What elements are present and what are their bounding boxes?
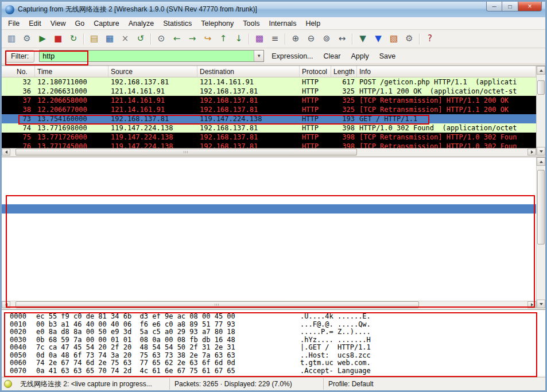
detail-line[interactable]: -Hypertext Transfer Protocol <box>2 195 536 204</box>
find-packet-button[interactable]: ⊙ <box>154 32 169 46</box>
menu-item[interactable]: Tools <box>239 18 263 29</box>
clear-button[interactable]: Clear <box>321 51 344 61</box>
open-file-button[interactable]: ▤ <box>87 32 102 46</box>
help-button[interactable]: ? <box>422 32 437 46</box>
detail-line[interactable]: +Internet Protocol Version 4, Src: 192.1… <box>2 177 536 186</box>
column-header-time[interactable]: Time <box>35 66 108 77</box>
profile-status[interactable]: Profile: Default <box>323 378 543 390</box>
detail-line[interactable]: \r\n <box>2 278 536 287</box>
colorize-button[interactable]: ▩ <box>252 32 267 46</box>
restart-capture-button[interactable]: ↻ <box>66 32 81 46</box>
detail-line[interactable]: -GET / HTTP/1.1\r\n <box>2 204 536 214</box>
start-capture-button[interactable]: ▶ <box>35 32 50 46</box>
detail-line[interactable]: Request URI: / <box>2 232 536 241</box>
detail-line[interactable]: Accept-Language: zh-CN\r\n <box>2 259 536 269</box>
packet-row[interactable]: 73 13.754160000 192.168.137.81 119.147.2… <box>2 114 536 123</box>
coloring-rules-button[interactable]: ▧ <box>386 32 401 46</box>
expression-button[interactable]: Expression... <box>269 51 316 61</box>
close-button[interactable]: × <box>518 2 542 11</box>
filter-dropdown-button[interactable]: ▼ <box>254 51 263 61</box>
details-vscrollbar[interactable] <box>536 157 545 308</box>
scroll-down-icon[interactable] <box>537 300 545 308</box>
vscroll-track[interactable] <box>537 75 545 147</box>
packet-row[interactable]: 36 12.206631000 121.14.161.91 192.168.13… <box>2 87 536 96</box>
titlebar[interactable]: Capturing from 无线网络连接 2 [Wireshark 1.9.0… <box>2 2 545 17</box>
packet-row[interactable]: 37 12.206658000 121.14.161.91 192.168.13… <box>2 96 536 105</box>
scroll-up-icon[interactable] <box>537 157 545 166</box>
menu-item[interactable]: Statistics <box>159 18 196 29</box>
menu-item[interactable]: Capture <box>90 18 123 29</box>
zoom-out-button[interactable]: ⊖ <box>304 32 319 46</box>
preferences-button[interactable]: ⚙ <box>402 32 417 46</box>
expert-info-icon[interactable] <box>4 380 12 388</box>
packet-row[interactable]: 32 12.180711000 192.168.137.81 121.14.16… <box>2 77 536 87</box>
vscroll-thumb[interactable] <box>537 170 545 244</box>
zoom-in-button[interactable]: ⊕ <box>288 32 303 46</box>
toolbar-separator[interactable] <box>285 33 286 45</box>
zoom-normal-button[interactable]: ⊚ <box>319 32 334 46</box>
resize-columns-button[interactable]: ↔ <box>335 32 350 46</box>
vscroll-thumb[interactable] <box>537 80 545 95</box>
toolbar-separator[interactable] <box>150 33 152 45</box>
scroll-right-icon[interactable] <box>527 149 536 156</box>
maximize-button[interactable]: □ <box>502 2 518 11</box>
scroll-up-icon[interactable] <box>537 66 545 75</box>
menu-item[interactable]: Go <box>71 18 89 29</box>
hex-row[interactable]: 006074 2e 67 74 6d 2e 75 63 77 65 62 2e … <box>10 359 545 367</box>
hex-row[interactable]: 00300b 68 59 7a 00 00 01 01 08 0a 00 08 … <box>10 336 545 344</box>
column-header-length[interactable]: Length <box>331 66 357 77</box>
hex-row[interactable]: 00407c ca 47 45 54 20 2f 20 48 54 54 50 … <box>10 344 545 352</box>
hscroll-track[interactable] <box>10 301 527 308</box>
stop-capture-button[interactable]: ■ <box>51 32 65 46</box>
column-header-info[interactable]: Info <box>357 66 536 77</box>
filter-input[interactable] <box>40 51 254 61</box>
detail-line[interactable]: [HTTP request 1/2] <box>2 296 536 301</box>
scroll-right-icon[interactable] <box>527 301 536 308</box>
packet-list-hscrollbar[interactable] <box>2 148 536 156</box>
column-header-source[interactable]: Source <box>108 66 197 77</box>
hex-row[interactable]: 0000ec 55 f9 c0 de 81 34 6b d3 ef 9e ac … <box>10 313 545 321</box>
detail-line[interactable]: +[Expert Info (Chat/Sequence): GET / HTT… <box>2 214 536 223</box>
vscroll-track[interactable] <box>537 166 545 300</box>
go-to-bottom-button[interactable]: ↓ <box>231 32 246 46</box>
go-back-button[interactable]: ← <box>169 32 184 46</box>
toolbar-separator[interactable] <box>83 33 84 45</box>
toolbar-separator[interactable] <box>352 33 353 45</box>
hex-row[interactable]: 001000 b3 a1 46 40 00 40 06 f6 e6 c0 a8 … <box>10 321 545 329</box>
go-to-top-button[interactable]: ↑ <box>216 32 231 46</box>
go-forward-button[interactable]: → <box>185 32 200 46</box>
detail-line[interactable]: +Ethernet II, Src: HuaweiTe_ef:9e:ac (34… <box>2 168 536 177</box>
filter-button[interactable]: Filter: <box>5 50 34 63</box>
packet-row[interactable]: 76 13.771745000 119.147.224.138 192.168.… <box>2 142 536 148</box>
detail-line[interactable]: Request Version: HTTP/1.1 <box>2 241 536 250</box>
menu-item[interactable]: Help <box>301 18 324 29</box>
packet-row[interactable]: 74 13.771698000 119.147.224.138 192.168.… <box>2 123 536 133</box>
menu-item[interactable]: Analyze <box>125 18 158 29</box>
detail-line[interactable]: User-Agent: Mozilla/4.0 (compatible;Andr… <box>2 269 536 278</box>
detail-line[interactable]: [Full request URI: http://ucs8.zcct.gtm.… <box>2 287 536 296</box>
column-header-destination[interactable]: Destination <box>197 66 300 77</box>
go-to-packet-button[interactable]: ↪ <box>200 32 215 46</box>
hex-row[interactable]: 0020e0 8a d8 8a 00 50 e9 3d 5a c5 a0 29 … <box>10 328 545 336</box>
detail-line[interactable]: +Frame 73: 193 bytes on wire (1544 bits)… <box>2 158 536 168</box>
minimize-button[interactable]: ─ <box>486 2 502 11</box>
autoscroll-button[interactable]: ≡ <box>267 32 282 46</box>
hscroll-track[interactable] <box>10 149 527 156</box>
packet-row[interactable]: 75 13.771726000 119.147.224.138 192.168.… <box>2 133 536 142</box>
save-button[interactable]: Save <box>377 51 399 61</box>
column-header-protocol[interactable]: Protocol <box>300 66 331 77</box>
hscroll-thumb[interactable] <box>15 301 419 308</box>
scroll-left-icon[interactable] <box>2 301 10 308</box>
menu-item[interactable]: File <box>4 18 24 29</box>
hscroll-thumb[interactable] <box>15 149 357 156</box>
menu-item[interactable]: Edit <box>25 18 45 29</box>
toolbar-separator[interactable] <box>249 33 250 45</box>
column-header-no[interactable]: No. <box>2 66 35 77</box>
detail-line[interactable]: Host: ucs8.zcct.gtm.ucweb.com\r\n <box>2 250 536 259</box>
details-hscrollbar[interactable] <box>2 301 536 308</box>
capture-filters-button[interactable]: ▼ <box>355 32 370 46</box>
scroll-left-icon[interactable] <box>2 149 10 156</box>
detail-line[interactable]: +Transmission Control Protocol, Src Port… <box>2 186 536 195</box>
list-interfaces-button[interactable]: ▥ <box>4 32 19 46</box>
hex-row[interactable]: 00700a 41 63 63 65 70 74 2d 4c 61 6e 67 … <box>10 367 545 375</box>
